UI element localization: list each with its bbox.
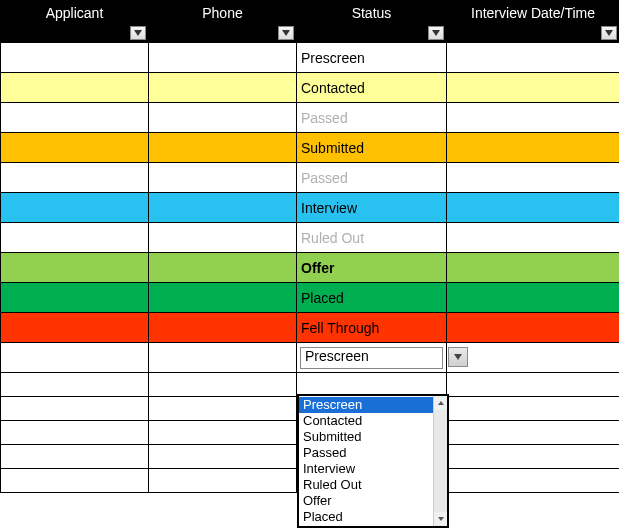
cell-phone[interactable] — [149, 283, 297, 313]
cell-empty[interactable] — [149, 445, 297, 469]
cell-empty[interactable] — [447, 469, 620, 493]
cell-status-value: Offer — [301, 260, 334, 276]
table-row[interactable]: Prescreen — [1, 343, 620, 373]
cell-empty[interactable] — [297, 373, 447, 397]
cell-empty[interactable] — [1, 397, 149, 421]
cell-interview[interactable] — [447, 193, 620, 223]
cell-interview[interactable] — [447, 283, 620, 313]
table-row[interactable]: Submitted — [1, 133, 620, 163]
cell-empty[interactable] — [1, 373, 149, 397]
cell-empty[interactable] — [149, 397, 297, 421]
status-dropdown-panel[interactable]: PrescreenContactedSubmittedPassedIntervi… — [297, 394, 449, 528]
table-row[interactable]: Placed — [1, 283, 620, 313]
status-option[interactable]: Prescreen — [299, 397, 433, 413]
cell-applicant[interactable] — [1, 73, 149, 103]
cell-status[interactable]: Prescreen — [297, 43, 447, 73]
table-row[interactable]: Passed — [1, 163, 620, 193]
cell-status-value: Submitted — [301, 140, 364, 156]
cell-interview[interactable] — [447, 103, 620, 133]
cell-phone[interactable] — [149, 133, 297, 163]
status-option[interactable]: Ruled Out — [299, 477, 433, 493]
cell-applicant[interactable] — [1, 253, 149, 283]
cell-phone[interactable] — [149, 43, 297, 73]
cell-empty[interactable] — [447, 445, 620, 469]
cell-applicant[interactable] — [1, 283, 149, 313]
status-dropdown-scrollbar[interactable] — [433, 396, 447, 526]
header-phone[interactable]: Phone — [149, 1, 297, 43]
cell-phone[interactable] — [149, 163, 297, 193]
cell-status[interactable]: Offer — [297, 253, 447, 283]
table-row[interactable]: Contacted — [1, 73, 620, 103]
cell-empty[interactable] — [1, 469, 149, 493]
cell-applicant[interactable] — [1, 43, 149, 73]
cell-interview[interactable] — [447, 223, 620, 253]
status-input[interactable]: Prescreen — [300, 347, 443, 369]
table-row[interactable]: Prescreen — [1, 43, 620, 73]
table-row[interactable]: Fell Through — [1, 313, 620, 343]
cell-phone[interactable] — [149, 253, 297, 283]
cell-status[interactable]: Fell Through — [297, 313, 447, 343]
cell-applicant[interactable] — [1, 343, 149, 373]
scroll-down-button[interactable] — [434, 512, 447, 526]
cell-status[interactable]: Submitted — [297, 133, 447, 163]
cell-phone[interactable] — [149, 193, 297, 223]
cell-applicant[interactable] — [1, 223, 149, 253]
status-option[interactable]: Offer — [299, 493, 433, 509]
cell-status[interactable]: Prescreen — [297, 343, 447, 373]
cell-empty[interactable] — [149, 421, 297, 445]
cell-status[interactable]: Interview — [297, 193, 447, 223]
filter-phone-button[interactable] — [278, 26, 294, 40]
cell-empty[interactable] — [149, 373, 297, 397]
cell-interview[interactable] — [447, 133, 620, 163]
cell-interview[interactable] — [447, 163, 620, 193]
cell-empty[interactable] — [447, 397, 620, 421]
table-row[interactable] — [1, 373, 620, 397]
cell-status-value: Passed — [301, 110, 348, 126]
cell-empty[interactable] — [1, 421, 149, 445]
status-option[interactable]: Passed — [299, 445, 433, 461]
cell-phone[interactable] — [149, 73, 297, 103]
svg-marker-3 — [605, 30, 613, 36]
table-row[interactable]: Passed — [1, 103, 620, 133]
cell-interview[interactable] — [447, 73, 620, 103]
cell-status[interactable]: Placed — [297, 283, 447, 313]
status-option[interactable]: Submitted — [299, 429, 433, 445]
cell-applicant[interactable] — [1, 133, 149, 163]
cell-applicant[interactable] — [1, 103, 149, 133]
cell-status[interactable]: Passed — [297, 103, 447, 133]
status-option[interactable]: Placed — [299, 509, 433, 525]
cell-status[interactable]: Ruled Out — [297, 223, 447, 253]
cell-applicant[interactable] — [1, 313, 149, 343]
table-row[interactable]: Ruled Out — [1, 223, 620, 253]
table-row[interactable]: Offer — [1, 253, 620, 283]
cell-interview[interactable] — [447, 253, 620, 283]
filter-status-button[interactable] — [428, 26, 444, 40]
cell-phone[interactable] — [149, 343, 297, 373]
filter-interview-button[interactable] — [601, 26, 617, 40]
status-dropdown-list[interactable]: PrescreenContactedSubmittedPassedIntervi… — [299, 396, 433, 526]
scroll-up-button[interactable] — [434, 396, 447, 410]
status-cell-dropdown-button[interactable] — [448, 347, 468, 367]
cell-status[interactable]: Passed — [297, 163, 447, 193]
cell-applicant[interactable] — [1, 163, 149, 193]
cell-empty[interactable] — [447, 421, 620, 445]
cell-interview[interactable] — [447, 313, 620, 343]
header-interview[interactable]: Interview Date/Time — [447, 1, 620, 43]
cell-interview[interactable] — [447, 343, 620, 373]
cell-phone[interactable] — [149, 103, 297, 133]
status-option[interactable]: Interview — [299, 461, 433, 477]
cell-empty[interactable] — [447, 373, 620, 397]
filter-applicant-button[interactable] — [130, 26, 146, 40]
header-applicant[interactable]: Applicant — [1, 1, 149, 43]
cell-applicant[interactable] — [1, 193, 149, 223]
cell-empty[interactable] — [1, 445, 149, 469]
header-status[interactable]: Status — [297, 1, 447, 43]
cell-status-value: Prescreen — [301, 50, 365, 66]
cell-status[interactable]: Contacted — [297, 73, 447, 103]
cell-interview[interactable] — [447, 43, 620, 73]
cell-phone[interactable] — [149, 223, 297, 253]
cell-empty[interactable] — [149, 469, 297, 493]
table-row[interactable]: Interview — [1, 193, 620, 223]
cell-phone[interactable] — [149, 313, 297, 343]
status-option[interactable]: Contacted — [299, 413, 433, 429]
